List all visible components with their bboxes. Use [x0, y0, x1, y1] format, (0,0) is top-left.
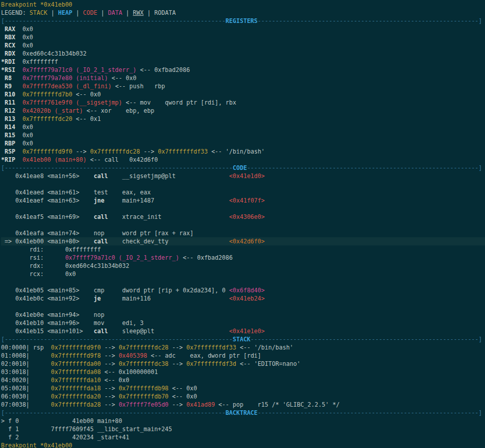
- text-segment: 0x7fffffffd7b0: [22, 91, 72, 98]
- separator-dashes: [---------------------------------------…: [1, 336, 233, 343]
- separator-dashes: [---------------------------------------…: [1, 17, 226, 24]
- register-row-r15: R15 0x0: [1, 131, 485, 139]
- text-segment: <-- 0x0: [108, 74, 136, 82]
- text-segment: 0x7ffff7fe05d0: [118, 401, 168, 408]
- text-segment: [15, 107, 22, 114]
- text-segment: 0x7fffffffd9f0: [22, 148, 72, 155]
- text-segment: 0x41eb00 (main+80): [22, 156, 87, 163]
- blank: [1, 303, 485, 311]
- text-segment: <-- 0x0: [168, 393, 197, 400]
- register-row-r13: R13 0x7fffffffdc20 <-- 0x1: [1, 115, 485, 123]
- text-segment: 0x7ffff761e9f0 (__sigsetjmp): [22, 99, 122, 106]
- text-segment: 0xffffffff: [15, 58, 58, 65]
- text-segment: 0x7fffffffda00: [51, 360, 101, 367]
- text-segment: 0x7fffffffdb98: [118, 385, 168, 392]
- text-segment: <-- '/bin/bash': [208, 148, 265, 155]
- blank: [1, 221, 485, 229]
- breakpoint-status-bottom: Breakpoint *0x41eb00: [1, 441, 485, 448]
- text-segment: <0x41e1d0>: [229, 172, 265, 180]
- text-segment: <-- 0x0: [168, 385, 197, 392]
- text-segment: RDX: [1, 50, 15, 57]
- stack-row-00: 00:0000| rsp 0x7fffffffd9f0 --> 0x7fffff…: [1, 343, 485, 352]
- register-row-r10: R10 0x7fffffffd7b0 <-- 0x0: [1, 90, 485, 98]
- text-segment: |: [122, 9, 133, 16]
- separator-dashes: ----------------------------------------…: [251, 336, 482, 343]
- text-segment: sleep@plt: [108, 328, 229, 335]
- disasm-row-main-94: 0x41eb0e <main+94> nop: [1, 311, 485, 319]
- text-segment: -->: [140, 148, 158, 155]
- register-row-rip: *RIP 0x41eb00 (main+80) <-- call 0x42d6f…: [1, 156, 485, 164]
- text-segment: 0x7ffff79a71c0 (_IO_2_1_stderr_): [22, 66, 136, 73]
- disasm-row-main-63: 0x41eaef <main+63> jne main+1487 <0x41f0…: [1, 196, 485, 205]
- register-row-rdx: RDX 0xed60c4c31b34b032: [1, 49, 485, 58]
- text-segment: [15, 115, 22, 122]
- text-segment: RCX: [1, 42, 15, 49]
- text-segment: 0x405398: [118, 352, 147, 359]
- separator-dashes: [---------------------------------------…: [1, 164, 233, 171]
- text-segment: RBP: [1, 140, 15, 147]
- stack-row-01: 01:0008| 0x7fffffffd9f8 --> 0x405398 <--…: [1, 352, 485, 360]
- text-segment: <-- xor ebp, ebp: [83, 107, 155, 114]
- text-segment: 0x0: [15, 42, 33, 49]
- stack-row-04: 04:0020| 0x7fffffffda10 <-- 0x0: [1, 376, 485, 384]
- call-arg-rdi: rdi: 0xffffffff: [1, 245, 485, 254]
- text-segment: 0x7fffffffdf33: [158, 148, 208, 155]
- register-row-rbx: RBX 0x0: [1, 33, 485, 41]
- text-segment: 0x41eb10 <main+96> mov edi, 3: [1, 319, 143, 327]
- text-segment: DATA: [108, 9, 122, 16]
- section-title: BACKTRACE: [226, 409, 258, 416]
- text-segment: 0x41eb05 <main+85> cmp dword ptr [rip + …: [1, 287, 229, 294]
- section-title: REGISTERS: [226, 17, 258, 24]
- disasm-row-main-69: 0x41eaf5 <main+69> call xtrace_init <0x4…: [1, 213, 485, 221]
- register-row-rcx: RCX 0x0: [1, 41, 485, 49]
- text-segment: -->: [168, 360, 186, 367]
- text-segment: 0x7fffffffdc28: [118, 344, 168, 351]
- separator-dashes: ----------------------------------------…: [247, 164, 482, 171]
- register-row-rbp: RBP 0x0: [1, 139, 485, 147]
- text-segment: <0x41e1e0>: [229, 328, 265, 335]
- text-segment: 0x41eaf5 <main+69>: [1, 213, 93, 220]
- text-segment: 0x7fffffffd9f0: [51, 344, 101, 351]
- text-segment: RODATA: [154, 9, 176, 16]
- text-segment: <-- adc eax, dword ptr [rdi]: [147, 352, 261, 359]
- stack-row-03: 03:0018| 0x7fffffffda08 <-- 0x100000001: [1, 368, 485, 376]
- register-row-rax: RAX 0x0: [1, 25, 485, 33]
- backtrace-frame-0: > f 0 41eb00 main+80: [1, 417, 485, 425]
- text-segment: 0x41eaed <main+61> test eax, eax: [1, 189, 151, 196]
- text-segment: [15, 99, 22, 106]
- text-segment: rsi:: [1, 254, 65, 261]
- section-header-stack: [---------------------------------------…: [1, 335, 485, 343]
- text-segment: xtrace_init: [108, 213, 229, 220]
- text-segment: Breakpoint *0x41eb00: [1, 1, 72, 8]
- legend: LEGEND: STACK | HEAP | CODE | DATA | RWX…: [1, 9, 485, 17]
- disasm-row-main-56: 0x41eae8 <main+56> call __sigsetjmp@plt …: [1, 172, 485, 180]
- debugger-terminal[interactable]: Breakpoint *0x41eb00LEGEND: STACK | HEAP…: [0, 0, 485, 448]
- text-segment: call: [93, 213, 108, 220]
- text-segment: 0x41eafa <main+74> nop word ptr [rax + r…: [1, 230, 193, 237]
- text-segment: [15, 156, 22, 163]
- text-segment: 0x41eb15 <main+101>: [1, 328, 93, 335]
- text-segment: rcx: 0x0: [1, 270, 76, 278]
- text-segment: |: [98, 9, 108, 16]
- text-segment: 02:0010|: [1, 360, 51, 367]
- text-segment: <0x6f8d40>: [229, 287, 265, 294]
- text-segment: 0x7fffffffdc20: [22, 115, 72, 122]
- call-arg-rsi: rsi: 0x7ffff79a71c0 (_IO_2_1_stderr_) <-…: [1, 254, 485, 262]
- text-segment: -->: [101, 401, 118, 408]
- disasm-row-main-61: 0x41eaed <main+61> test eax, eax: [1, 188, 485, 196]
- text-segment: je: [93, 295, 101, 302]
- text-segment: -->: [101, 360, 118, 367]
- backtrace-frame-1: f 1 7ffff7609f45 __libc_start_main+245: [1, 425, 485, 433]
- text-segment: RWX: [133, 9, 143, 16]
- text-segment: 06:0030|: [1, 393, 51, 400]
- blank: [1, 180, 485, 188]
- text-segment: 0x7fffffffdc38: [118, 360, 168, 367]
- call-arg-rcx: rcx: 0x0: [1, 270, 485, 278]
- text-segment: 0x41eaef <main+63>: [1, 197, 93, 204]
- text-segment: -->: [168, 401, 186, 408]
- text-segment: 0x7fffffffdf3d: [186, 360, 236, 367]
- register-row-r11: R11 0x7ffff761e9f0 (__sigsetjmp) <-- mov…: [1, 98, 485, 107]
- text-segment: R11: [1, 99, 15, 106]
- text-segment: f 2 420234 _start+41: [1, 434, 129, 441]
- text-segment: 0x7fffffffda10: [51, 377, 101, 384]
